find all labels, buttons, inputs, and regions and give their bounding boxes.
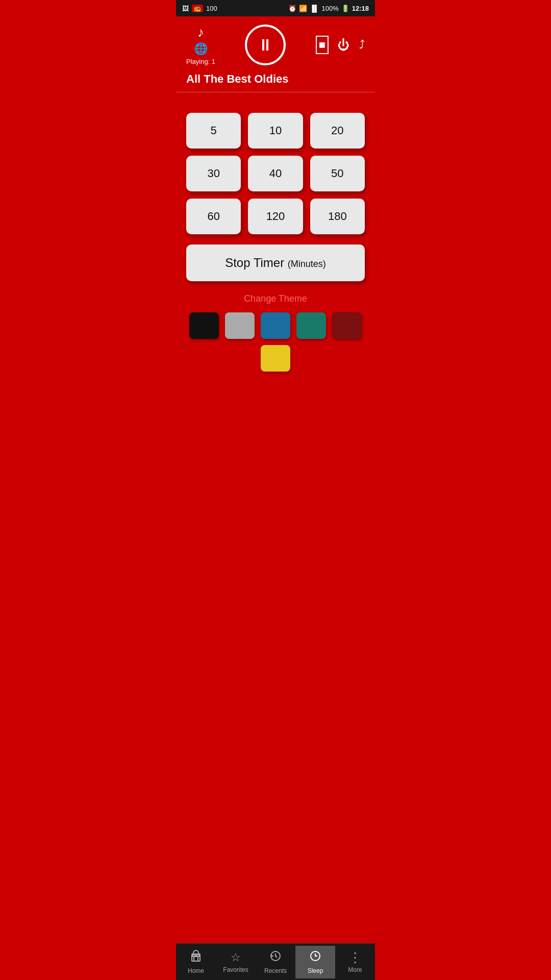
stop-icon[interactable]: ■ [316,36,329,54]
theme-swatch-teal[interactable] [296,312,326,339]
theme-swatch-dark-red[interactable] [332,312,362,339]
nav-item-more[interactable]: ⋮ More [335,947,375,977]
signal-bars-icon: ▐▌ [310,5,319,12]
header-controls: ♪ 🌐 Playing: 1 ⏸ ■ ⏻ ⤴ [186,24,365,65]
battery-label: 100% [322,5,339,12]
signal-number: 100 [206,5,217,12]
timer-btn-50[interactable]: 50 [310,156,365,191]
battery-icon: 🔋 [341,5,349,12]
clock-display: 12:18 [352,5,369,12]
share-icon[interactable]: ⤴ [359,38,365,52]
recents-icon [269,950,282,965]
change-theme-label: Change Theme [244,293,307,304]
nav-label-sleep: Sleep [308,967,323,974]
timer-btn-10[interactable]: 10 [248,113,303,149]
nav-item-favorites[interactable]: ☆ Favorites [216,947,256,977]
nav-item-recents[interactable]: Recents [256,946,295,978]
theme-swatch-gray[interactable] [225,312,255,339]
radio-icon: 📻 [192,5,203,12]
wifi-icon: 📶 [299,5,307,12]
more-icon: ⋮ [348,951,362,964]
nav-label-home: Home [188,967,204,974]
nav-label-more: More [348,966,362,973]
main-content: 5 10 20 30 40 50 60 120 180 Stop Timer (… [176,92,375,943]
timer-btn-40[interactable]: 40 [248,156,303,191]
timer-btn-180[interactable]: 180 [310,199,365,234]
pause-icon: ⏸ [257,37,273,53]
power-icon[interactable]: ⏻ [338,38,350,52]
playing-label: Playing: 1 [186,58,215,65]
station-name: All The Best Oldies [186,72,289,86]
svg-rect-3 [193,954,195,957]
alarm-icon: ⏰ [288,5,296,12]
status-right: ⏰ 📶 ▐▌ 100% 🔋 12:18 [288,5,369,12]
timer-btn-5[interactable]: 5 [186,113,241,149]
music-icon[interactable]: ♪ [197,24,204,40]
status-bar: 🖼 📻 100 ⏰ 📶 ▐▌ 100% 🔋 12:18 [176,0,375,16]
nav-item-home[interactable]: Home [176,946,216,978]
nav-item-sleep[interactable]: Sleep [295,946,335,978]
pause-button[interactable]: ⏸ [245,24,286,65]
timer-btn-120[interactable]: 120 [248,199,303,234]
favorites-icon: ☆ [231,951,241,964]
svg-rect-4 [197,954,199,957]
theme-color-swatches [186,312,365,372]
svg-rect-1 [194,957,198,961]
photo-icon: 🖼 [182,5,189,12]
theme-swatch-black[interactable] [189,312,219,339]
stop-timer-label: Stop Timer [225,256,284,270]
timer-btn-20[interactable]: 20 [310,113,365,149]
timer-btn-60[interactable]: 60 [186,199,241,234]
timer-grid: 5 10 20 30 40 50 60 120 180 [186,113,365,234]
header-left: ♪ 🌐 Playing: 1 [186,24,215,65]
theme-swatch-blue[interactable] [261,312,290,339]
sleep-icon [309,950,321,965]
nav-label-recents: Recents [264,967,287,974]
status-left: 🖼 📻 100 [182,5,217,12]
theme-swatch-yellow[interactable] [261,345,290,372]
stop-timer-minutes: (Minutes) [288,259,326,269]
stop-timer-button[interactable]: Stop Timer (Minutes) [186,244,365,281]
nav-label-favorites: Favorites [223,966,248,973]
home-icon [190,950,202,965]
globe-icon[interactable]: 🌐 [194,42,208,56]
timer-btn-30[interactable]: 30 [186,156,241,191]
header: ♪ 🌐 Playing: 1 ⏸ ■ ⏻ ⤴ All The Best Oldi… [176,16,375,92]
bottom-nav: Home ☆ Favorites Recents Sleep ⋮ More [176,943,375,980]
header-right: ■ ⏻ ⤴ [316,36,365,54]
